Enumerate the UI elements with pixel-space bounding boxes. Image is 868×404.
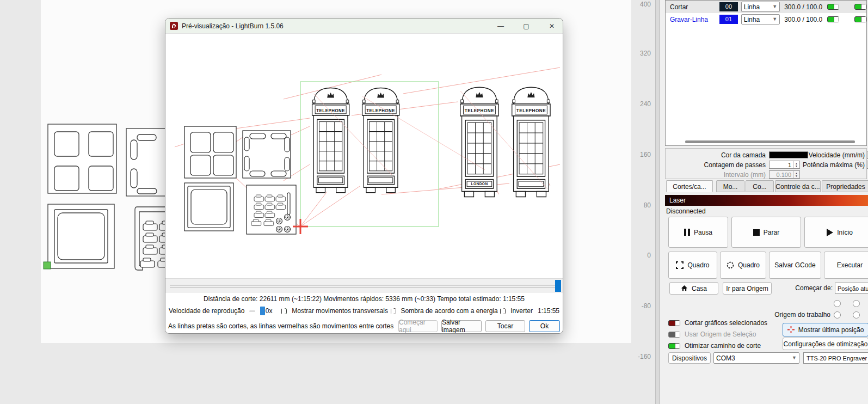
- shade-by-power-toggle[interactable]: [393, 308, 396, 314]
- laser-panel-title: Laser: [669, 197, 686, 204]
- preview-canvas[interactable]: TELEPHONE: [165, 33, 563, 278]
- cut-layer-row[interactable]: Cortar 00 Linha ▼ 300.0 / 100.0: [666, 1, 866, 13]
- preview-stats-text: Distância de corte: 22611 mm (~1:15:22) …: [204, 295, 525, 303]
- home-button[interactable]: Casa: [669, 282, 718, 295]
- show-last-position-button[interactable]: Mostrar última posição: [783, 323, 868, 336]
- playback-speed-slider[interactable]: [249, 307, 255, 315]
- power-label: Potência máxima (%): [803, 161, 865, 169]
- start-button[interactable]: Início: [804, 217, 868, 248]
- passes-label: Contagem de passes: [667, 161, 766, 169]
- dialog-titlebar[interactable]: Pré-visualização - LightBurn 1.5.06 — ▢ …: [165, 19, 563, 33]
- phone-booth-2: [362, 88, 399, 193]
- home-icon: [681, 285, 688, 292]
- tab-console[interactable]: Co...: [746, 180, 774, 192]
- ok-button[interactable]: Ok: [529, 320, 560, 332]
- layer-mode-select[interactable]: Linha ▼: [741, 2, 780, 12]
- tab-controle[interactable]: Controle da c...: [775, 180, 821, 192]
- layer-show-toggle[interactable]: [854, 16, 866, 22]
- playback-speed-label: Velocidade de reprodução: [169, 307, 244, 315]
- chevron-down-icon: ▼: [772, 17, 777, 22]
- preview-stats-row: Distância de corte: 22611 mm (~1:15:22) …: [165, 293, 563, 304]
- optimize-path-toggle[interactable]: [668, 343, 680, 349]
- device-name-value: TTS-20 PRO Engraver: [807, 355, 867, 362]
- legend-text: As linhas pretas são cortes, as linhas v…: [168, 322, 395, 330]
- connection-status: Disconnected: [666, 207, 706, 215]
- ruler-label: -160: [629, 353, 651, 360]
- save-gcode-label: Salvar GCode: [774, 261, 815, 269]
- save-image-button[interactable]: Salvar imagem: [441, 320, 482, 332]
- ruler-label: 0: [629, 252, 651, 259]
- job-origin-radio[interactable]: [834, 300, 841, 307]
- invert-toggle[interactable]: [503, 308, 506, 314]
- stop-button[interactable]: Parar: [731, 217, 801, 248]
- interval-label: Intervalo (mm): [667, 171, 766, 179]
- frame-button[interactable]: Quadro: [668, 252, 717, 279]
- layer-mode-select[interactable]: Linha ▼: [741, 14, 780, 25]
- panel-divider[interactable]: [655, 0, 660, 404]
- close-button[interactable]: ✕: [541, 19, 563, 33]
- phone-booth-3: [460, 87, 498, 197]
- preview-dialog: Pré-visualização - LightBurn 1.5.06 — ▢ …: [165, 18, 563, 334]
- preview-progress-slider[interactable]: [165, 278, 563, 293]
- elapsed-time: 1:15:55: [538, 307, 559, 315]
- job-origin-radio[interactable]: [853, 311, 860, 319]
- horizontal-scrollbar[interactable]: [685, 140, 855, 143]
- origin-marker[interactable]: [44, 262, 51, 269]
- cut-selected-toggle[interactable]: [668, 320, 680, 326]
- preview-panel-buses: [247, 185, 296, 234]
- chevron-down-icon: ▼: [772, 4, 777, 9]
- cut-layer-row[interactable]: Gravar-Linha 01 Linha ▼ 300.0 / 100.0: [666, 13, 866, 26]
- spinner-arrows-icon[interactable]: ▲▼: [793, 161, 799, 168]
- phone-booth-1: [312, 88, 349, 193]
- layer-color-badge[interactable]: 01: [719, 15, 738, 24]
- minimize-button[interactable]: —: [490, 19, 512, 33]
- layer-speed-power: 300.0 / 100.0: [784, 3, 827, 11]
- layer-show-toggle[interactable]: [854, 4, 866, 10]
- tab-cortes[interactable]: Cortes/ca...: [666, 180, 713, 192]
- go-to-origin-label: Ir para Origem: [726, 285, 768, 292]
- go-to-origin-button[interactable]: Ir para Origem: [723, 282, 772, 295]
- home-label: Casa: [692, 285, 707, 292]
- optimize-path-label: Otimizar caminho de corte: [685, 342, 761, 350]
- shade-by-power-label: Sombra de acordo com a energia: [401, 307, 498, 315]
- laser-panel-header[interactable]: Laser: [665, 195, 868, 206]
- use-selection-origin-label: Usar Origem de Seleção: [685, 330, 756, 338]
- frame-label: Quadro: [687, 261, 709, 269]
- com-port-select[interactable]: COM3 ▼: [713, 352, 799, 364]
- spinner-arrows-icon: ▲▼: [793, 171, 799, 178]
- show-traversal-toggle[interactable]: [284, 308, 287, 314]
- start-from-select[interactable]: Posição atual: [835, 283, 868, 294]
- right-panel: Cortar 00 Linha ▼ 300.0 / 100.0 Gravar-L…: [660, 0, 868, 404]
- dashed-circle-icon: [727, 261, 734, 269]
- layer-mode-value: Linha: [744, 3, 760, 11]
- maximize-button[interactable]: ▢: [515, 19, 537, 33]
- job-origin-radio[interactable]: [853, 300, 860, 307]
- run-gcode-button[interactable]: Executar: [824, 252, 868, 279]
- devices-button[interactable]: Dispositivos: [668, 352, 711, 364]
- job-origin-radio[interactable]: [834, 311, 841, 319]
- slider-handle[interactable]: [555, 280, 561, 292]
- layer-settings: Cor da camada Velocidade (mm/m) Contagem…: [665, 148, 867, 179]
- play-button[interactable]: Tocar: [485, 320, 525, 332]
- crosshair-icon: [787, 326, 795, 333]
- show-last-position-label: Mostrar última posição: [798, 326, 864, 334]
- slider-groove: [170, 285, 558, 286]
- ruler-label: -80: [629, 302, 651, 310]
- optimization-settings-button[interactable]: Configurações de otimização: [783, 338, 868, 350]
- layer-color-badge[interactable]: 00: [719, 2, 738, 11]
- tab-propriedades[interactable]: Propriedades: [822, 180, 868, 192]
- passes-input[interactable]: 1 ▲▼: [769, 161, 800, 169]
- playback-slider-handle[interactable]: [260, 307, 265, 315]
- rubber-band-frame-button[interactable]: Quadro: [720, 252, 766, 279]
- cut-selected-row: Cortar gráficos selecionados: [668, 319, 767, 327]
- preview-drawing: TELEPHONE: [165, 34, 563, 279]
- layer-output-toggle[interactable]: [827, 4, 839, 10]
- use-selection-origin-toggle[interactable]: [668, 332, 680, 338]
- save-gcode-button[interactable]: Salvar GCode: [769, 252, 821, 279]
- speed-label: Velocidade (mm/m): [803, 151, 865, 159]
- phone-booth-4: [512, 87, 550, 197]
- devices-label: Dispositivos: [672, 354, 707, 362]
- tab-mover[interactable]: Mo...: [716, 180, 744, 192]
- layer-output-toggle[interactable]: [827, 16, 839, 22]
- pause-button[interactable]: Pausa: [668, 217, 728, 248]
